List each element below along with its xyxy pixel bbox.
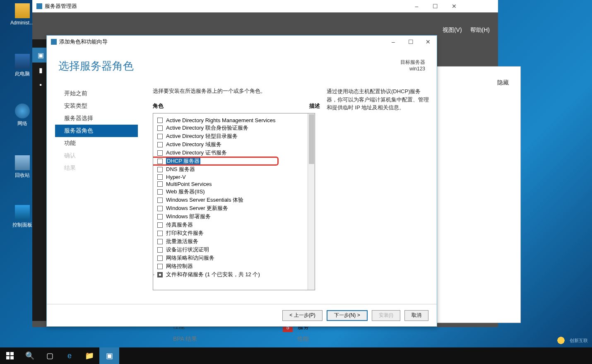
role-checkbox[interactable] xyxy=(157,222,163,228)
role-label: 设备运行状况证明 xyxy=(166,246,209,253)
role-label: 打印和文件服务 xyxy=(166,229,204,237)
role-label: 批量激活服务 xyxy=(166,238,198,245)
role-label: Windows 部署服务 xyxy=(166,213,211,220)
role-checkbox-row[interactable]: 网络控制器 xyxy=(153,262,315,270)
bpa-label: BPA 结果 xyxy=(173,335,197,342)
role-checkbox-row[interactable]: Active Directory Rights Management Servi… xyxy=(153,117,315,124)
role-checkbox[interactable] xyxy=(157,125,163,131)
watermark-text: 创新互联 xyxy=(570,337,588,344)
role-checkbox[interactable] xyxy=(157,272,163,277)
role-checkbox-row[interactable]: Windows Server 更新服务 xyxy=(153,204,315,212)
role-checkbox-row[interactable]: 批量激活服务 xyxy=(153,237,315,246)
close-button[interactable]: ✕ xyxy=(445,0,463,12)
role-checkbox-row[interactable]: 网络策略和访问服务 xyxy=(153,254,315,262)
wizard-minimize-button[interactable]: – xyxy=(385,36,402,48)
role-label: Active Directory 域服务 xyxy=(166,141,221,148)
role-checkbox-row[interactable]: 打印和文件服务 xyxy=(153,229,315,237)
target-label: 目标服务器 xyxy=(400,59,425,66)
wizard-titlebar: 添加角色和功能向导 xyxy=(47,36,437,48)
role-checkbox[interactable] xyxy=(157,206,163,211)
add-roles-wizard: 添加角色和功能向导 – ☐ ✕ 选择服务器角色 目标服务器 win123 开始之… xyxy=(46,35,437,327)
watermark-logo-icon xyxy=(555,334,567,347)
role-checkbox[interactable] xyxy=(157,198,163,203)
role-label: Active Directory 证书服务 xyxy=(166,149,227,157)
wizard-nav-item[interactable]: 服务器角色 xyxy=(55,125,138,137)
role-label: 文件和存储服务 (1 个已安装，共 12 个) xyxy=(166,271,260,278)
role-label: DNS 服务器 xyxy=(166,166,195,173)
role-checkbox[interactable] xyxy=(157,167,163,172)
wizard-target: 目标服务器 win123 xyxy=(400,59,425,72)
wizard-nav-item[interactable]: 功能 xyxy=(55,137,138,149)
role-checkbox[interactable] xyxy=(157,247,163,253)
server-manager-taskbar-icon[interactable]: ▣ xyxy=(99,347,119,364)
role-checkbox[interactable] xyxy=(157,174,163,180)
role-label: Active Directory 联合身份验证服务 xyxy=(166,124,248,132)
role-checkbox[interactable] xyxy=(157,189,163,195)
role-checkbox[interactable] xyxy=(157,150,163,156)
wizard-heading: 选择服务器角色 xyxy=(58,59,134,73)
svg-rect-0 xyxy=(6,352,10,355)
role-label: MultiPoint Services xyxy=(166,181,212,187)
role-checkbox-row[interactable]: Windows Server Essentials 体验 xyxy=(153,196,315,204)
role-label: Hyper-V xyxy=(166,174,186,180)
wizard-close-button[interactable]: ✕ xyxy=(419,36,437,48)
role-checkbox-row[interactable]: ▹文件和存储服务 (1 个已安装，共 12 个) xyxy=(153,270,315,279)
role-checkbox-row[interactable]: 传真服务器 xyxy=(153,221,315,229)
role-label: 网络策略和访问服务 xyxy=(166,254,214,262)
role-checkbox-row[interactable]: Windows 部署服务 xyxy=(153,212,315,221)
role-label: 传真服务器 xyxy=(166,221,193,229)
explorer-icon[interactable]: 📁 xyxy=(79,347,99,364)
role-checkbox[interactable] xyxy=(157,159,163,164)
wizard-nav-item[interactable]: 安装类型 xyxy=(55,100,138,112)
start-button[interactable] xyxy=(0,347,20,364)
role-checkbox[interactable] xyxy=(157,264,163,269)
role-label: Windows Server 更新服务 xyxy=(166,205,228,212)
taskview-button[interactable]: ▢ xyxy=(40,347,60,364)
role-checkbox-row[interactable]: Active Directory 联合身份验证服务 xyxy=(153,124,315,132)
install-button: 安装(I) xyxy=(372,310,400,321)
wizard-title-text: 添加角色和功能向导 xyxy=(59,38,108,46)
server-manager-title-text: 服务器管理器 xyxy=(45,2,77,10)
role-checkbox[interactable] xyxy=(157,239,163,244)
svg-rect-1 xyxy=(10,352,14,355)
previous-button[interactable]: < 上一步(P) xyxy=(282,310,322,321)
role-checkbox[interactable] xyxy=(157,142,163,147)
role-checkbox-row[interactable]: 设备运行状况证明 xyxy=(153,246,315,254)
cancel-button[interactable]: 取消 xyxy=(404,310,428,321)
expander-icon[interactable]: ▹ xyxy=(153,272,156,276)
role-checkbox-row[interactable]: Active Directory 域服务 xyxy=(153,140,315,149)
role-checkbox[interactable] xyxy=(157,214,163,219)
hide-link[interactable]: 隐藏 xyxy=(497,79,509,87)
roles-column-head: 角色 xyxy=(153,102,164,110)
minimize-button[interactable]: – xyxy=(407,0,426,12)
role-checkbox[interactable] xyxy=(157,118,163,123)
wizard-maximize-button[interactable]: ☐ xyxy=(402,36,419,48)
role-label: Web 服务器(IIS) xyxy=(166,188,205,195)
wizard-nav-item[interactable]: 服务器选择 xyxy=(55,112,138,125)
role-checkbox-row[interactable]: Active Directory 证书服务 xyxy=(153,149,315,157)
role-checkbox[interactable] xyxy=(157,134,163,139)
wizard-nav-item[interactable]: 开始之前 xyxy=(55,87,138,100)
role-checkbox-row[interactable]: DHCP 服务器 xyxy=(153,157,315,165)
role-label: Active Directory 轻型目录服务 xyxy=(166,133,238,140)
roles-listbox[interactable]: Active Directory Rights Management Servi… xyxy=(153,113,315,290)
svg-rect-3 xyxy=(10,356,14,359)
role-checkbox-row[interactable]: MultiPoint Services xyxy=(153,181,315,188)
menu-view[interactable]: 视图(V) xyxy=(443,27,462,34)
menu-help[interactable]: 帮助(H) xyxy=(470,27,490,34)
ie-icon[interactable]: e xyxy=(60,347,79,364)
search-button[interactable]: 🔍 xyxy=(20,347,40,364)
role-checkbox[interactable] xyxy=(157,231,163,236)
role-checkbox-row[interactable]: Hyper-V xyxy=(153,174,315,181)
role-label: DHCP 服务器 xyxy=(166,157,200,165)
role-label: Windows Server Essentials 体验 xyxy=(166,196,243,204)
server-manager-icon xyxy=(36,3,42,9)
maximize-button[interactable]: ☐ xyxy=(426,0,445,12)
taskbar: 🔍 ▢ e 📁 ▣ xyxy=(0,347,592,364)
role-checkbox-row[interactable]: Web 服务器(IIS) xyxy=(153,188,315,196)
next-button[interactable]: 下一步(N) > xyxy=(327,310,368,321)
role-checkbox[interactable] xyxy=(157,181,163,187)
role-checkbox-row[interactable]: Active Directory 轻型目录服务 xyxy=(153,132,315,140)
role-checkbox[interactable] xyxy=(157,256,163,261)
role-checkbox-row[interactable]: DNS 服务器 xyxy=(153,165,315,174)
